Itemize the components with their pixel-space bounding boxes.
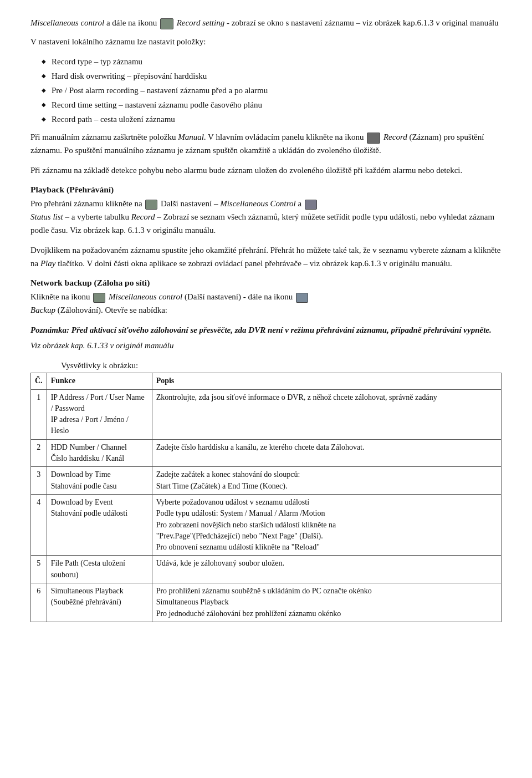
record-icon — [367, 133, 380, 144]
bullet-pre-post: Pre / Post alarm recording – nastavení z… — [42, 84, 502, 97]
table-cell-num: 2 — [31, 439, 47, 467]
local-setting-intro: V nastavení lokálního záznamu lze nastav… — [30, 35, 502, 48]
misc-control-icon-network — [93, 293, 105, 303]
intro-text-2: - zobrazí se okno s nastavení záznamu – … — [227, 18, 499, 27]
table-cell-func: Download by Time Stahování podle času — [47, 467, 152, 495]
record-setting-icon — [160, 18, 173, 29]
misc-icon-playback — [145, 200, 157, 210]
table-cell-desc: Zkontrolujte, zda jsou síťové informace … — [152, 389, 501, 439]
misc-control-label: Miscellaneous control — [30, 18, 104, 27]
table-cell-num: 5 — [31, 556, 47, 583]
table-cell-desc: Pro prohlížení záznamu souběžně s ukládá… — [152, 583, 501, 622]
playback-para1: Pro přehrání záznamu klikněte na Další n… — [30, 197, 502, 237]
table-row: 2HDD Number / Channel Číslo harddisku / … — [31, 439, 502, 467]
table-row: 6Simultaneous Playback (Souběžné přehráv… — [31, 583, 502, 622]
header-num: Č. — [31, 373, 47, 389]
record-setting-label: Record setting — [177, 18, 225, 27]
header-func: Funkce — [47, 373, 152, 389]
intro-text-1: a dále na ikonu — [106, 18, 159, 27]
bullet-record-type: Record type – typ záznamu — [42, 55, 502, 68]
table-cell-func: Simultaneous Playback (Souběžné přehrává… — [47, 583, 152, 622]
explain-label: Vysvětlivky k obrázku: — [61, 361, 502, 370]
table-cell-func: HDD Number / Channel Číslo harddisku / K… — [47, 439, 152, 467]
table-row: 3Download by Time Stahování podle časuZa… — [31, 467, 502, 495]
table-header-row: Č. Funkce Popis — [31, 373, 502, 389]
table-row: 1IP Address / Port / User Name / Passwor… — [31, 389, 502, 439]
playback-para2: Dvojklikem na požadovaném záznamu spustí… — [30, 243, 502, 270]
table-cell-desc: Zadejte začátek a konec stahování do slo… — [152, 467, 501, 495]
bullet-record-time: Record time setting – nastavení záznamu … — [42, 98, 502, 111]
network-viz: Viz obrázek kap. 6.1.33 v originál manuá… — [30, 339, 502, 352]
table-cell-func: Download by Event Stahování podle událos… — [47, 494, 152, 555]
header-desc: Popis — [152, 373, 501, 389]
table-row: 5File Path (Cesta uložení souboru)Udává,… — [31, 556, 502, 583]
playback-heading: Playback (Přehrávání) — [30, 185, 502, 195]
backup-icon — [296, 293, 308, 303]
table-cell-desc: Zadejte číslo harddisku a kanálu, ze kte… — [152, 439, 501, 467]
network-note: Poznámka: Před aktivací síťového zálohov… — [30, 323, 502, 337]
table-cell-desc: Udává, kde je zálohovaný soubor uložen. — [152, 556, 501, 583]
table-cell-func: IP Address / Port / User Name / Password… — [47, 389, 152, 439]
table-cell-num: 4 — [31, 494, 47, 555]
table-cell-num: 6 — [31, 583, 47, 622]
network-heading: Network backup (Záloha po síti) — [30, 278, 502, 288]
settings-list: Record type – typ záznamu Hard disk over… — [30, 55, 502, 126]
status-list-icon — [305, 200, 317, 210]
intro-line: Miscellaneous control a dále na ikonu Re… — [30, 17, 502, 29]
table-cell-func: File Path (Cesta uložení souboru) — [47, 556, 152, 583]
network-para1: Klikněte na ikonu Miscellaneous control … — [30, 290, 502, 317]
main-table: Č. Funkce Popis 1IP Address / Port / Use… — [30, 373, 502, 622]
table-cell-num: 1 — [31, 389, 47, 439]
manual-para: Při manuálním záznamu zaškrtněte položku… — [30, 130, 502, 157]
bullet-hard-disk: Hard disk overwriting – přepisování hard… — [42, 69, 502, 83]
alarm-para: Při záznamu na základě detekce pohybu ne… — [30, 164, 502, 177]
table-row: 4Download by Event Stahování podle událo… — [31, 494, 502, 555]
table-cell-desc: Vyberte požadovanou událost v seznamu ud… — [152, 494, 501, 555]
table-cell-num: 3 — [31, 467, 47, 495]
bullet-record-path: Record path – cesta uložení záznamu — [42, 113, 502, 126]
